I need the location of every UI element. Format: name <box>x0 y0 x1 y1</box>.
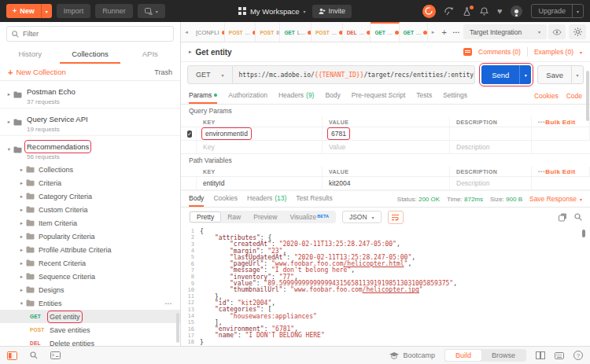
build-mode-button[interactable]: Build <box>445 350 481 361</box>
tabs-scroll-left-icon[interactable]: ◂ <box>181 22 192 42</box>
tab-params[interactable]: Params <box>189 87 217 104</box>
tab-collections[interactable]: Collections <box>60 45 120 64</box>
response-scrollbar[interactable] <box>582 230 585 237</box>
invite-button[interactable]: Invite <box>312 5 352 18</box>
param-key-input[interactable]: environmentId <box>203 129 250 138</box>
bulk-edit-button[interactable]: Bulk Edit <box>545 119 575 126</box>
param-key-placeholder[interactable]: Key <box>197 141 323 154</box>
shortcuts-icon[interactable] <box>555 352 564 359</box>
save-button[interactable]: Save <box>538 66 571 83</box>
tab-body[interactable]: Body <box>325 87 340 104</box>
tree-item-recommendations[interactable]: ▾Recommendations56 requests <box>0 135 180 163</box>
new-tab-button[interactable]: + <box>439 22 450 42</box>
console-icon[interactable] <box>50 351 61 359</box>
user-avatar[interactable] <box>511 6 522 17</box>
open-tab-7[interactable]: GET... <box>371 22 399 42</box>
notifications-bell-icon[interactable] <box>480 7 489 16</box>
param-description-input[interactable] <box>450 127 532 141</box>
param-value-input[interactable]: 6781 <box>329 129 348 138</box>
table-menu-icon[interactable]: ••• <box>538 169 545 174</box>
tree-item-item-criteria[interactable]: ▸Item Criteria <box>0 216 180 230</box>
tab-history[interactable]: History <box>0 45 60 64</box>
save-response-button[interactable]: Save Response ▾ <box>529 195 582 203</box>
toggle-sidebar-icon[interactable] <box>7 351 17 360</box>
tree-item-popularity-criteria[interactable]: ▸Popularity Criteria <box>0 230 180 243</box>
send-options-caret-icon[interactable]: ▾ <box>519 65 531 84</box>
help-icon[interactable]: ? <box>573 351 583 360</box>
tab-apis[interactable]: APIs <box>120 45 180 64</box>
upgrade-button[interactable]: Upgrade ▾ <box>531 4 584 18</box>
search-response-icon[interactable] <box>574 213 582 221</box>
api-network-icon[interactable] <box>444 7 454 16</box>
tab-pre-request-script[interactable]: Pre-request Script <box>352 87 406 104</box>
import-button[interactable]: Import <box>57 4 91 18</box>
save-options-caret-icon[interactable]: ▾ <box>571 66 583 83</box>
cookies-link[interactable]: Cookies <box>534 92 559 100</box>
disclosure-icon[interactable]: ▸ <box>17 167 26 173</box>
open-tab-5[interactable]: POST... <box>312 22 343 42</box>
disclosure-icon[interactable]: ▸ <box>17 287 26 293</box>
runner-button[interactable]: Runner <box>95 4 133 18</box>
view-raw[interactable]: Raw <box>221 211 247 222</box>
tree-item-profile-attribute-criteria[interactable]: ▸Profile Attribute Criteria <box>0 243 180 256</box>
new-dropdown-caret-icon[interactable]: ▾ <box>41 4 52 18</box>
main-scrollbar[interactable] <box>586 71 589 121</box>
open-tab-6[interactable]: DEL... <box>343 22 371 42</box>
pathvar-value-input[interactable]: kit2004 <box>323 177 450 190</box>
sidebar-scrollbar[interactable] <box>176 313 179 343</box>
tree-item-postman-echo[interactable]: ▸Postman Echo37 requests <box>0 81 180 108</box>
request-item-get-entity[interactable]: GETGet entity <box>0 310 180 323</box>
disclosure-icon[interactable]: ▸ <box>17 233 26 240</box>
environment-settings-button[interactable] <box>569 24 586 39</box>
url-input[interactable]: https://mc.adobe.io/{{TENANT_ID}}/target… <box>233 66 475 83</box>
reports-flask-icon[interactable] <box>463 7 471 16</box>
upgrade-caret-icon[interactable]: ▾ <box>572 5 583 17</box>
param-checkbox[interactable]: ✓ <box>187 131 192 138</box>
environment-selector[interactable]: Target Integration ▾ <box>463 24 547 39</box>
disclosure-icon[interactable]: ▸ <box>17 180 26 186</box>
tree-item-recent-criteria[interactable]: ▸Recent Criteria <box>0 256 180 270</box>
method-selector[interactable]: GET ▾ <box>188 66 233 83</box>
tab-headers[interactable]: Headers(9) <box>278 87 315 104</box>
workspace-switcher[interactable]: My Workspace ▾ <box>238 7 306 16</box>
tab-tests[interactable]: Tests <box>416 87 432 104</box>
browse-mode-button[interactable]: Browse <box>481 350 525 361</box>
item-menu-icon[interactable]: ••• <box>165 301 180 306</box>
disclosure-icon[interactable]: ▸ <box>17 260 26 267</box>
bootcamp-button[interactable]: Bootcamp <box>389 351 435 359</box>
disclosure-icon[interactable]: ▸ <box>17 247 26 253</box>
disclosure-icon[interactable]: ▾ <box>17 300 26 307</box>
open-tab-1[interactable]: [CONFLI <box>192 22 225 42</box>
tree-item-designs[interactable]: ▸Designs <box>0 283 180 296</box>
tab-authorization[interactable]: Authorization <box>228 87 267 104</box>
disclosure-icon[interactable]: ▾ <box>5 146 13 153</box>
open-tab-2[interactable]: POST... <box>225 22 256 42</box>
open-new-window-button[interactable]: ▾ <box>138 4 165 18</box>
open-tab-8[interactable]: GET... <box>400 22 428 42</box>
request-title[interactable]: ▸ Get entity <box>189 48 232 57</box>
wrap-lines-button[interactable] <box>388 211 404 224</box>
bulk-edit-button[interactable]: Bulk Edit <box>545 168 575 175</box>
request-item-save-entities[interactable]: POSTSave entities <box>0 323 180 336</box>
trash-button[interactable]: Trash <box>154 68 172 76</box>
code-link[interactable]: Code <box>566 92 582 100</box>
tree-item-category-criteria[interactable]: ▸Category Criteria <box>0 189 180 203</box>
filter-search[interactable] <box>6 26 174 42</box>
environment-quick-look-button[interactable] <box>548 24 566 39</box>
view-preview[interactable]: Preview <box>247 211 283 222</box>
tree-item-query-service-api[interactable]: ▸Query Service API19 requests <box>0 108 180 135</box>
comments-button[interactable]: Comments (0) <box>478 48 521 56</box>
send-button[interactable]: Send <box>481 65 519 84</box>
response-tab-body[interactable]: Body <box>189 191 204 207</box>
tree-item-entities[interactable]: ▾Entities••• <box>0 296 180 310</box>
find-icon[interactable] <box>30 351 38 359</box>
disclosure-icon[interactable]: ▸ <box>17 220 26 226</box>
tab-settings[interactable]: Settings <box>443 87 467 104</box>
copy-icon[interactable] <box>559 213 567 222</box>
tab-options-icon[interactable]: ••• <box>450 22 463 42</box>
tree-item-custom-criteria[interactable]: ▸Custom Criteria <box>0 203 180 216</box>
param-value-placeholder[interactable]: Value <box>323 141 450 154</box>
pathvar-key-input[interactable]: entityId <box>197 177 323 190</box>
sync-icon[interactable] <box>422 5 436 18</box>
two-pane-view-icon[interactable] <box>536 351 545 359</box>
